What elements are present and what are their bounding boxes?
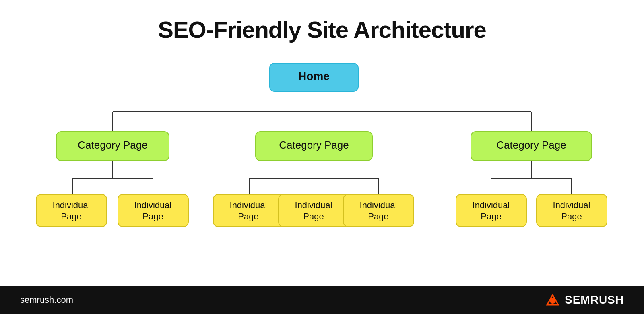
page-title: SEO-Friendly Site Architecture xyxy=(158,16,486,43)
svg-text:Individual: Individual xyxy=(295,200,332,210)
svg-text:Individual: Individual xyxy=(134,200,172,210)
footer-url: semrush.com xyxy=(20,295,73,305)
semrush-logo-icon xyxy=(544,292,560,308)
svg-text:Individual: Individual xyxy=(230,200,267,210)
architecture-diagram: Home Category Page Category Page Categor… xyxy=(24,59,620,236)
svg-text:Individual: Individual xyxy=(53,200,90,210)
svg-text:Page: Page xyxy=(561,211,582,221)
svg-rect-17 xyxy=(36,194,107,227)
svg-rect-28 xyxy=(213,194,284,227)
svg-text:Individual: Individual xyxy=(473,200,510,210)
svg-text:Page: Page xyxy=(238,211,258,221)
svg-rect-20 xyxy=(118,194,188,227)
svg-text:Home: Home xyxy=(298,70,330,83)
footer: semrush.com SEMRUSH xyxy=(0,286,644,314)
svg-text:Page: Page xyxy=(61,211,81,221)
svg-rect-34 xyxy=(343,194,414,227)
svg-rect-31 xyxy=(279,194,349,227)
diagram-container: Home Category Page Category Page Categor… xyxy=(24,59,620,236)
svg-rect-44 xyxy=(537,194,607,227)
svg-text:Page: Page xyxy=(142,211,163,221)
svg-text:Page: Page xyxy=(368,211,388,221)
svg-text:Individual: Individual xyxy=(360,200,397,210)
svg-text:Page: Page xyxy=(481,211,501,221)
svg-text:Category Page: Category Page xyxy=(78,139,147,151)
svg-text:Category Page: Category Page xyxy=(279,139,349,151)
svg-point-48 xyxy=(550,298,555,304)
svg-text:Category Page: Category Page xyxy=(496,139,566,151)
main-content: SEO-Friendly Site Architecture Home Cate… xyxy=(0,0,644,286)
footer-brand: SEMRUSH xyxy=(544,292,624,308)
svg-text:Individual: Individual xyxy=(553,200,590,210)
svg-rect-41 xyxy=(456,194,526,227)
svg-text:Page: Page xyxy=(303,211,324,221)
footer-brand-name: SEMRUSH xyxy=(565,293,624,306)
